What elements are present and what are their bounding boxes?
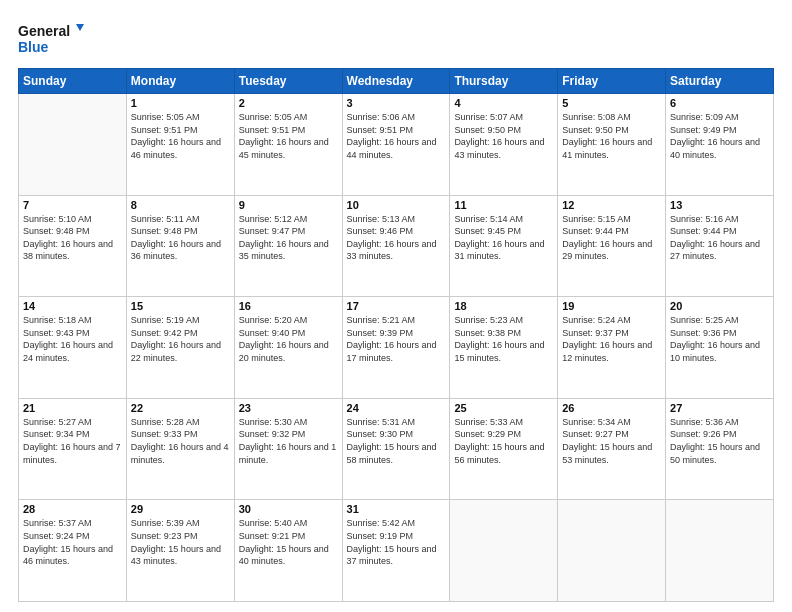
day-number: 7 — [23, 199, 122, 211]
day-number: 6 — [670, 97, 769, 109]
day-number: 23 — [239, 402, 338, 414]
day-cell: 20Sunrise: 5:25 AMSunset: 9:36 PMDayligh… — [666, 297, 774, 399]
day-cell: 14Sunrise: 5:18 AMSunset: 9:43 PMDayligh… — [19, 297, 127, 399]
day-cell: 23Sunrise: 5:30 AMSunset: 9:32 PMDayligh… — [234, 398, 342, 500]
day-info: Sunrise: 5:07 AMSunset: 9:50 PMDaylight:… — [454, 111, 553, 161]
day-cell: 29Sunrise: 5:39 AMSunset: 9:23 PMDayligh… — [126, 500, 234, 602]
day-info: Sunrise: 5:09 AMSunset: 9:49 PMDaylight:… — [670, 111, 769, 161]
calendar-header-row: SundayMondayTuesdayWednesdayThursdayFrid… — [19, 69, 774, 94]
day-number: 16 — [239, 300, 338, 312]
day-cell: 6Sunrise: 5:09 AMSunset: 9:49 PMDaylight… — [666, 94, 774, 196]
day-number: 30 — [239, 503, 338, 515]
day-info: Sunrise: 5:24 AMSunset: 9:37 PMDaylight:… — [562, 314, 661, 364]
day-cell: 8Sunrise: 5:11 AMSunset: 9:48 PMDaylight… — [126, 195, 234, 297]
calendar-table: SundayMondayTuesdayWednesdayThursdayFrid… — [18, 68, 774, 602]
day-cell: 27Sunrise: 5:36 AMSunset: 9:26 PMDayligh… — [666, 398, 774, 500]
day-cell: 25Sunrise: 5:33 AMSunset: 9:29 PMDayligh… — [450, 398, 558, 500]
day-info: Sunrise: 5:15 AMSunset: 9:44 PMDaylight:… — [562, 213, 661, 263]
col-header-tuesday: Tuesday — [234, 69, 342, 94]
col-header-monday: Monday — [126, 69, 234, 94]
day-info: Sunrise: 5:16 AMSunset: 9:44 PMDaylight:… — [670, 213, 769, 263]
day-info: Sunrise: 5:36 AMSunset: 9:26 PMDaylight:… — [670, 416, 769, 466]
day-info: Sunrise: 5:13 AMSunset: 9:46 PMDaylight:… — [347, 213, 446, 263]
day-cell: 2Sunrise: 5:05 AMSunset: 9:51 PMDaylight… — [234, 94, 342, 196]
day-number: 2 — [239, 97, 338, 109]
day-number: 14 — [23, 300, 122, 312]
col-header-saturday: Saturday — [666, 69, 774, 94]
day-number: 17 — [347, 300, 446, 312]
day-number: 28 — [23, 503, 122, 515]
svg-text:General: General — [18, 23, 70, 39]
day-cell: 17Sunrise: 5:21 AMSunset: 9:39 PMDayligh… — [342, 297, 450, 399]
day-info: Sunrise: 5:21 AMSunset: 9:39 PMDaylight:… — [347, 314, 446, 364]
week-row-1: 7Sunrise: 5:10 AMSunset: 9:48 PMDaylight… — [19, 195, 774, 297]
day-cell: 11Sunrise: 5:14 AMSunset: 9:45 PMDayligh… — [450, 195, 558, 297]
day-cell: 24Sunrise: 5:31 AMSunset: 9:30 PMDayligh… — [342, 398, 450, 500]
day-info: Sunrise: 5:14 AMSunset: 9:45 PMDaylight:… — [454, 213, 553, 263]
day-cell: 22Sunrise: 5:28 AMSunset: 9:33 PMDayligh… — [126, 398, 234, 500]
day-cell: 31Sunrise: 5:42 AMSunset: 9:19 PMDayligh… — [342, 500, 450, 602]
day-number: 4 — [454, 97, 553, 109]
day-cell: 18Sunrise: 5:23 AMSunset: 9:38 PMDayligh… — [450, 297, 558, 399]
day-info: Sunrise: 5:11 AMSunset: 9:48 PMDaylight:… — [131, 213, 230, 263]
day-number: 13 — [670, 199, 769, 211]
day-cell: 13Sunrise: 5:16 AMSunset: 9:44 PMDayligh… — [666, 195, 774, 297]
day-cell: 28Sunrise: 5:37 AMSunset: 9:24 PMDayligh… — [19, 500, 127, 602]
day-info: Sunrise: 5:08 AMSunset: 9:50 PMDaylight:… — [562, 111, 661, 161]
day-cell: 4Sunrise: 5:07 AMSunset: 9:50 PMDaylight… — [450, 94, 558, 196]
day-number: 10 — [347, 199, 446, 211]
day-number: 22 — [131, 402, 230, 414]
day-number: 26 — [562, 402, 661, 414]
day-info: Sunrise: 5:28 AMSunset: 9:33 PMDaylight:… — [131, 416, 230, 466]
day-cell — [666, 500, 774, 602]
col-header-sunday: Sunday — [19, 69, 127, 94]
day-number: 5 — [562, 97, 661, 109]
day-info: Sunrise: 5:12 AMSunset: 9:47 PMDaylight:… — [239, 213, 338, 263]
day-info: Sunrise: 5:10 AMSunset: 9:48 PMDaylight:… — [23, 213, 122, 263]
day-cell: 21Sunrise: 5:27 AMSunset: 9:34 PMDayligh… — [19, 398, 127, 500]
day-info: Sunrise: 5:23 AMSunset: 9:38 PMDaylight:… — [454, 314, 553, 364]
day-number: 27 — [670, 402, 769, 414]
col-header-thursday: Thursday — [450, 69, 558, 94]
header: General Blue — [18, 18, 774, 58]
day-cell: 9Sunrise: 5:12 AMSunset: 9:47 PMDaylight… — [234, 195, 342, 297]
day-number: 18 — [454, 300, 553, 312]
day-info: Sunrise: 5:37 AMSunset: 9:24 PMDaylight:… — [23, 517, 122, 567]
day-cell — [558, 500, 666, 602]
day-cell: 16Sunrise: 5:20 AMSunset: 9:40 PMDayligh… — [234, 297, 342, 399]
day-cell: 30Sunrise: 5:40 AMSunset: 9:21 PMDayligh… — [234, 500, 342, 602]
day-info: Sunrise: 5:20 AMSunset: 9:40 PMDaylight:… — [239, 314, 338, 364]
week-row-3: 21Sunrise: 5:27 AMSunset: 9:34 PMDayligh… — [19, 398, 774, 500]
day-number: 24 — [347, 402, 446, 414]
day-cell: 3Sunrise: 5:06 AMSunset: 9:51 PMDaylight… — [342, 94, 450, 196]
day-info: Sunrise: 5:33 AMSunset: 9:29 PMDaylight:… — [454, 416, 553, 466]
day-info: Sunrise: 5:05 AMSunset: 9:51 PMDaylight:… — [131, 111, 230, 161]
col-header-wednesday: Wednesday — [342, 69, 450, 94]
week-row-0: 1Sunrise: 5:05 AMSunset: 9:51 PMDaylight… — [19, 94, 774, 196]
day-cell: 1Sunrise: 5:05 AMSunset: 9:51 PMDaylight… — [126, 94, 234, 196]
day-number: 31 — [347, 503, 446, 515]
day-info: Sunrise: 5:31 AMSunset: 9:30 PMDaylight:… — [347, 416, 446, 466]
day-info: Sunrise: 5:42 AMSunset: 9:19 PMDaylight:… — [347, 517, 446, 567]
svg-marker-2 — [76, 24, 84, 31]
day-number: 25 — [454, 402, 553, 414]
day-number: 9 — [239, 199, 338, 211]
day-cell: 10Sunrise: 5:13 AMSunset: 9:46 PMDayligh… — [342, 195, 450, 297]
day-number: 19 — [562, 300, 661, 312]
page: General Blue SundayMondayTuesdayWednesda… — [0, 0, 792, 612]
day-cell — [19, 94, 127, 196]
logo: General Blue — [18, 18, 88, 58]
day-info: Sunrise: 5:25 AMSunset: 9:36 PMDaylight:… — [670, 314, 769, 364]
day-number: 15 — [131, 300, 230, 312]
day-info: Sunrise: 5:18 AMSunset: 9:43 PMDaylight:… — [23, 314, 122, 364]
week-row-2: 14Sunrise: 5:18 AMSunset: 9:43 PMDayligh… — [19, 297, 774, 399]
day-number: 29 — [131, 503, 230, 515]
day-cell: 12Sunrise: 5:15 AMSunset: 9:44 PMDayligh… — [558, 195, 666, 297]
week-row-4: 28Sunrise: 5:37 AMSunset: 9:24 PMDayligh… — [19, 500, 774, 602]
day-info: Sunrise: 5:30 AMSunset: 9:32 PMDaylight:… — [239, 416, 338, 466]
day-cell: 5Sunrise: 5:08 AMSunset: 9:50 PMDaylight… — [558, 94, 666, 196]
day-info: Sunrise: 5:27 AMSunset: 9:34 PMDaylight:… — [23, 416, 122, 466]
day-info: Sunrise: 5:19 AMSunset: 9:42 PMDaylight:… — [131, 314, 230, 364]
day-number: 8 — [131, 199, 230, 211]
day-info: Sunrise: 5:05 AMSunset: 9:51 PMDaylight:… — [239, 111, 338, 161]
